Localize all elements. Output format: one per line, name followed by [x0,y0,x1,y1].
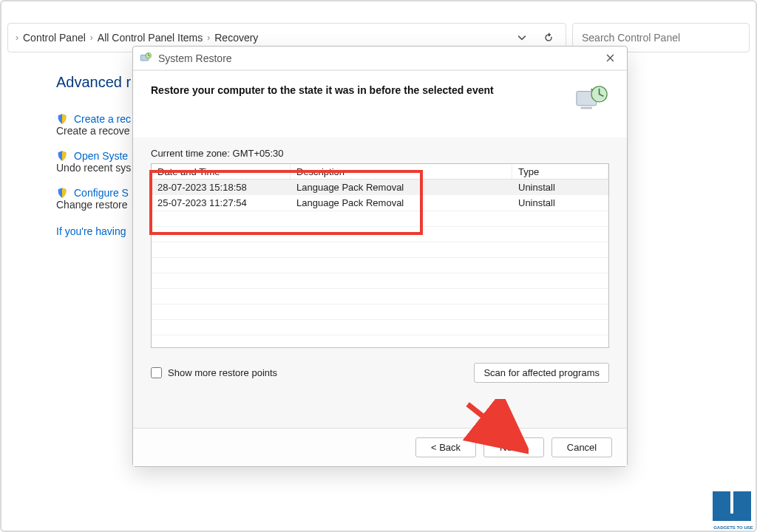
cell-type: Uninstall [512,181,608,194]
refresh-icon[interactable] [539,28,558,47]
table-row[interactable]: 28-07-2023 15:18:58 Language Pack Remova… [152,180,608,195]
col-date-time[interactable]: Date and Time ⌄ [152,165,291,179]
svg-rect-5 [713,491,730,521]
watermark-logo: GADGETS TO USE [711,490,756,531]
chevron-right-icon: › [90,33,93,43]
system-restore-large-icon [575,84,609,115]
chevron-right-icon: › [207,33,210,43]
dialog-title: System Restore [158,52,232,64]
system-restore-icon [139,52,152,65]
breadcrumb-recovery[interactable]: Recovery [214,32,258,44]
svg-rect-6 [733,491,751,521]
cancel-button[interactable]: Cancel [551,437,612,457]
chevron-right-icon: › [16,33,18,43]
shield-icon [56,187,68,199]
next-button[interactable]: Next > [483,437,544,457]
back-button[interactable]: < Back [415,437,476,457]
configure-system-restore-label: Configure S [74,187,129,199]
table-body: 28-07-2023 15:18:58 Language Pack Remova… [152,180,608,211]
dialog-titlebar: System Restore [133,47,627,70]
create-recovery-label: Create a rec [74,113,131,125]
open-system-restore-label: Open Syste [74,150,128,162]
restore-point-table[interactable]: Date and Time ⌄ Description Type 28-07-2… [151,163,609,348]
system-restore-dialog: System Restore Restore your computer to … [132,46,628,467]
history-dropdown-icon[interactable] [512,28,532,47]
svg-text:GADGETS TO USE: GADGETS TO USE [713,525,753,530]
show-more-checkbox[interactable]: Show more restore points [151,367,277,378]
breadcrumb-all-items[interactable]: All Control Panel Items [98,32,203,44]
cell-date: 28-07-2023 15:18:58 [152,181,291,194]
dialog-headline: Restore your computer to the state it wa… [151,84,494,96]
dialog-footer: < Back Next > Cancel [133,428,627,466]
timezone-label: Current time zone: GMT+05:30 [151,148,609,159]
show-more-checkbox-input[interactable] [151,367,162,378]
breadcrumb-control-panel[interactable]: Control Panel [23,32,86,44]
dialog-body: Restore your computer to the state it wa… [133,70,627,428]
show-more-label: Show more restore points [168,367,277,378]
close-button[interactable] [599,50,621,67]
shield-icon [56,113,68,125]
cell-desc: Language Pack Removal [291,197,512,209]
col-type[interactable]: Type [512,165,608,179]
cell-type: Uninstall [512,197,608,209]
svg-rect-3 [581,107,592,109]
scan-affected-programs-button[interactable]: Scan for affected programs [474,363,609,383]
svg-rect-7 [719,514,745,521]
table-row[interactable]: 25-07-2023 11:27:54 Language Pack Remova… [152,195,608,211]
shield-icon [56,150,68,162]
col-description[interactable]: Description [291,165,512,179]
table-header[interactable]: Date and Time ⌄ Description Type [152,164,608,180]
cell-desc: Language Pack Removal [291,181,512,194]
sort-descending-icon: ⌄ [278,167,284,174]
cell-date: 25-07-2023 11:27:54 [152,197,291,209]
